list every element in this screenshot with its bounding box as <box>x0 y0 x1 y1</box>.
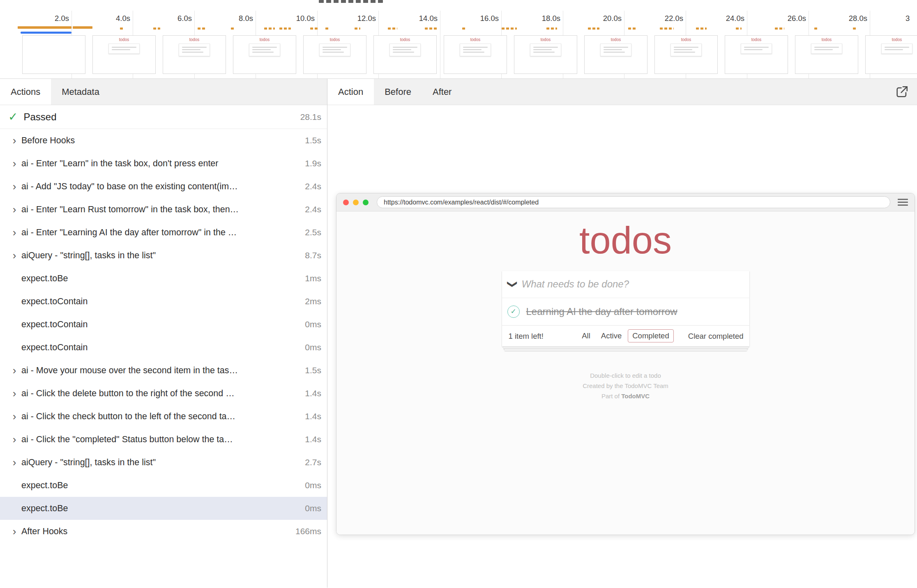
action-duration: 1.5s <box>300 136 321 145</box>
snapshot-panel: Action Before After https://todomvc.com/… <box>327 79 917 588</box>
action-row[interactable]: › ai - Click the delete button to the ri… <box>0 382 327 405</box>
new-todo-row: ❯ What needs to be done? <box>502 271 749 298</box>
url-bar[interactable]: https://todomvc.com/examples/react/dist/… <box>377 196 890 208</box>
film-thumbnail[interactable]: todos <box>725 35 788 74</box>
action-row[interactable]: expect.toContain 0ms <box>0 313 327 336</box>
action-label: Before Hooks <box>21 136 78 146</box>
thumb-app-title: todos <box>163 38 226 42</box>
action-row[interactable]: › After Hooks 166ms <box>0 520 327 543</box>
action-row[interactable]: › ai - Click the "completed" Status butt… <box>0 428 327 451</box>
action-row[interactable]: › ai - Move your mouse over the second i… <box>0 359 327 382</box>
action-marker <box>73 26 92 29</box>
film-thumbnail[interactable] <box>22 35 85 74</box>
action-label: ai - Click the "completed" Status button… <box>21 434 236 445</box>
tab-after[interactable]: After <box>422 79 462 105</box>
action-row[interactable]: › ai - Add "JS today" to base on the exi… <box>0 175 327 198</box>
time-tick: 8.0s <box>202 14 253 23</box>
film-thumbnail[interactable]: todos <box>92 35 156 74</box>
test-status-label: Passed <box>23 111 56 123</box>
todo-checked-icon[interactable]: ✓ <box>507 305 520 318</box>
action-row[interactable]: › aiQuery - "string[], tasks in the list… <box>0 244 327 267</box>
thumb-app-title: todos <box>866 38 917 42</box>
film-thumbnail[interactable]: todos <box>163 35 226 74</box>
film-thumbnail[interactable]: todos <box>514 35 577 74</box>
action-duration: 0ms <box>300 503 321 513</box>
action-label: expect.toContain <box>21 296 91 307</box>
action-row-selected[interactable]: expect.toBe 0ms <box>0 497 327 520</box>
thumb-app-title: todos <box>725 38 788 42</box>
action-label: expect.toContain <box>21 342 91 353</box>
menu-icon[interactable] <box>898 197 908 208</box>
film-thumbnail[interactable]: todos <box>795 35 858 74</box>
action-marker <box>18 26 71 29</box>
action-row[interactable]: expect.toBe 1ms <box>0 267 327 290</box>
action-marker <box>696 28 707 30</box>
film-thumbnail[interactable]: todos <box>373 35 437 74</box>
action-duration: 1.4s <box>300 388 321 398</box>
traffic-light-minimize-icon <box>353 200 359 205</box>
chevron-right-icon[interactable]: › <box>7 382 21 405</box>
action-marker <box>853 28 857 30</box>
clear-completed-button[interactable]: Clear completed <box>688 326 744 347</box>
action-row[interactable]: › ai - Click the check button to the lef… <box>0 405 327 428</box>
film-thumbnail[interactable]: todos <box>444 35 507 74</box>
action-label: ai - Enter "Learning AI the day after to… <box>21 227 240 238</box>
thumb-todo-card <box>460 44 491 56</box>
new-todo-input[interactable]: What needs to be done? <box>522 278 629 290</box>
time-tick: 18.0s <box>509 14 560 23</box>
chevron-right-icon[interactable]: › <box>7 520 21 543</box>
tab-before[interactable]: Before <box>374 79 422 105</box>
chevron-right-icon[interactable]: › <box>7 221 21 244</box>
chevron-right-icon[interactable]: › <box>7 405 21 428</box>
action-row[interactable]: expect.toContain 0ms <box>0 336 327 359</box>
thumb-app-title: todos <box>655 38 717 42</box>
tab-actions[interactable]: Actions <box>0 79 51 105</box>
info-line: Double-click to edit a todo <box>583 370 668 381</box>
chevron-right-icon[interactable]: › <box>7 244 21 267</box>
chevron-right-icon[interactable]: › <box>7 451 21 474</box>
thumb-todo-card <box>319 44 350 56</box>
chevron-right-icon[interactable]: › <box>7 175 21 198</box>
tab-action[interactable]: Action <box>327 79 374 105</box>
trace-timeline[interactable]: 2.0s 4.0s 6.0s 8.0s 10.0s 12.0s 14.0s 16… <box>0 4 917 79</box>
action-marker <box>588 28 599 30</box>
toggle-all-icon[interactable]: ❯ <box>502 278 522 290</box>
action-row[interactable]: › Before Hooks 1.5s <box>0 129 327 152</box>
clipped-test-title <box>319 0 383 3</box>
chevron-right-icon[interactable]: › <box>7 129 21 152</box>
action-row[interactable]: › ai - Enter "Learn" in the task box, do… <box>0 152 327 175</box>
tab-metadata[interactable]: Metadata <box>51 79 110 105</box>
time-tick: 2.0s <box>18 14 69 23</box>
film-thumbnail[interactable]: todos <box>233 35 296 74</box>
chevron-right-icon[interactable]: › <box>7 152 21 175</box>
action-row[interactable]: › ai - Enter "Learn Rust tomorrow" in th… <box>0 198 327 221</box>
filter-completed[interactable]: Completed <box>628 329 673 342</box>
filter-active[interactable]: Active <box>597 329 626 342</box>
film-thumbnail[interactable]: todos <box>654 35 718 74</box>
chevron-right-icon[interactable]: › <box>7 198 21 221</box>
left-tabbar: Actions Metadata <box>0 79 327 105</box>
open-external-icon[interactable] <box>895 85 909 99</box>
action-row[interactable]: expect.toBe 0ms <box>0 474 327 497</box>
traffic-light-close-icon <box>343 200 349 205</box>
action-row[interactable]: › aiQuery - "string[], tasks in the list… <box>0 451 327 474</box>
filter-all[interactable]: All <box>577 329 595 342</box>
action-duration: 2.7s <box>300 457 321 467</box>
action-duration: 166ms <box>290 526 321 536</box>
actions-panel: Actions Metadata ✓ Passed 28.1s › Before… <box>0 79 327 588</box>
action-row[interactable]: › ai - Enter "Learning AI the day after … <box>0 221 327 244</box>
time-tick: 14.0s <box>387 14 438 23</box>
film-thumbnail[interactable]: todos <box>865 35 917 74</box>
action-label: aiQuery - "string[], tasks in the list" <box>21 250 159 261</box>
action-marker <box>120 28 124 30</box>
film-thumbnail[interactable]: todos <box>584 35 647 74</box>
action-row[interactable]: expect.toContain 2ms <box>0 290 327 313</box>
film-thumbnail[interactable]: todos <box>303 35 366 74</box>
thumb-app-title: todos <box>444 38 507 42</box>
todo-item-row[interactable]: ✓ Learning AI the day after tomorrow <box>502 298 749 325</box>
chevron-right-icon[interactable]: › <box>7 428 21 451</box>
traffic-light-zoom-icon <box>363 200 369 205</box>
todo-footer: 1 item left! All Active Completed Clear … <box>502 325 749 347</box>
action-duration: 1ms <box>300 273 321 283</box>
chevron-right-icon[interactable]: › <box>7 359 21 382</box>
